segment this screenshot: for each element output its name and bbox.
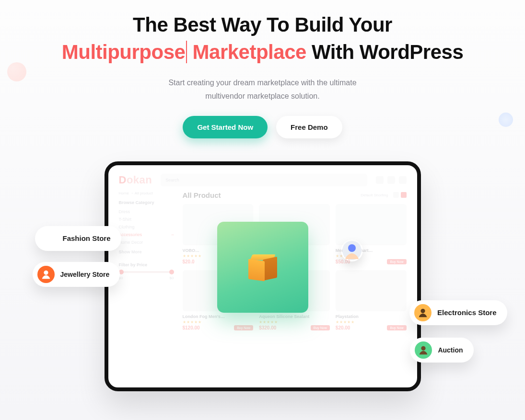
svg-point-1 — [348, 244, 356, 252]
svg-point-5 — [421, 346, 426, 351]
product-thumb — [336, 270, 407, 311]
tablet-frame: Dokan Search Home → All product Browse C… — [105, 161, 421, 391]
category-item: Clothing — [119, 223, 174, 231]
buy-badge: Buy Now — [234, 325, 253, 330]
package-box-icon — [248, 256, 277, 284]
chip-jewellery-store: Jewellery Store — [33, 262, 120, 287]
mock-search-input: Search — [161, 174, 367, 186]
cta-row: Get Started Now Free Demo — [0, 116, 525, 138]
buy-badge: Buy Now — [387, 325, 406, 330]
sort-label: Default Shorting — [361, 193, 388, 197]
chip-label: Jewellery Store — [60, 271, 110, 278]
product-price: $320.00 — [259, 325, 276, 330]
product-thumb — [336, 204, 407, 245]
avatar-icon — [415, 341, 432, 359]
brand-letter-rest: okan — [127, 174, 152, 186]
svg-point-2 — [46, 235, 50, 239]
category-heading: Browse Category — [119, 200, 174, 205]
product-price: $120.00 — [183, 325, 200, 330]
svg-point-3 — [44, 271, 48, 275]
product-rating: ★★★★★ — [336, 320, 407, 324]
filter-heading: Filter by Price — [119, 262, 174, 267]
hero-subtitle: Start creating your dream marketplace wi… — [0, 76, 525, 102]
show-more: Show More — [119, 248, 174, 256]
filter-price: Filter by Price $0$0 — [119, 262, 174, 280]
chip-fashion-store: Fashion Store — [35, 226, 121, 251]
hero-line2-rest: With WordPress — [312, 41, 463, 63]
hero-product-card — [217, 222, 308, 313]
product-title: London Fog Men's… — [183, 314, 254, 319]
get-started-button[interactable]: Get Started Now — [183, 116, 268, 138]
hero-section: The Best Way To Build Your Multipurpose … — [0, 0, 525, 138]
breadcrumb: Home → All product — [119, 191, 174, 195]
svg-point-4 — [421, 309, 425, 313]
hero-subtitle-l1: Start creating your dream marketplace wi… — [168, 79, 356, 87]
hero-highlight-1: Multipurpose — [62, 41, 187, 63]
chip-label: Electronics Store — [437, 308, 496, 317]
tablet-mockup: Dokan Search Home → All product Browse C… — [105, 161, 421, 406]
free-demo-button[interactable]: Free Demo — [276, 116, 342, 138]
floating-avatar — [341, 239, 363, 261]
mock-brand-logo: Dokan — [119, 174, 152, 186]
hero-line1: The Best Way To Build Your — [133, 13, 392, 36]
avatar-icon — [40, 230, 57, 247]
hero-heading: The Best Way To Build Your Multipurpose … — [0, 11, 525, 66]
product-title: Aqueon Silicone Sealant — [259, 314, 330, 319]
grid-view-icon — [401, 192, 407, 198]
buy-badge: Buy Now — [311, 325, 330, 330]
chip-auction: Auction — [410, 338, 473, 363]
hero-subtitle-l2: multivendor marketplace solution. — [205, 92, 319, 100]
mock-topbar: Dokan Search — [119, 174, 407, 186]
category-item: Home Decor — [119, 238, 174, 246]
product-card: Playstation ★★★★★ $20.00Buy Now — [336, 270, 407, 330]
view-toggle — [393, 192, 407, 198]
category-list: Dress T-Shirt Clothing Accessories– Home… — [119, 208, 174, 256]
chip-electronics-store: Electronics Store — [409, 300, 507, 325]
category-item: Dress — [119, 208, 174, 216]
product-title: Playstation — [336, 314, 407, 319]
product-price: $20.0 — [183, 259, 195, 264]
category-item: T-Shirt — [119, 216, 174, 223]
price-slider — [119, 271, 174, 273]
chip-label: Fashion Store — [63, 234, 111, 242]
product-rating: ★★★★★ — [259, 320, 330, 324]
product-rating: ★★★★★ — [183, 320, 254, 324]
mock-sidebar: Home → All product Browse Category Dress… — [119, 191, 174, 330]
buy-badge: Buy Now — [387, 259, 406, 264]
decorative-orb-left — [7, 62, 26, 81]
decorative-orb-right — [499, 113, 513, 127]
product-price: $20.00 — [336, 325, 350, 330]
price-max: $0 — [170, 276, 174, 280]
section-title: All Product — [183, 191, 221, 199]
hero-highlight-2: Marketplace — [193, 41, 306, 63]
brand-letter-1: D — [119, 174, 127, 186]
sort-controls: Default Shorting — [361, 192, 406, 198]
mock-top-icons — [376, 176, 407, 184]
avatar-icon — [414, 304, 432, 321]
avatar-icon — [37, 266, 55, 283]
category-item-active: Accessories– — [119, 231, 174, 238]
chip-label: Auction — [438, 346, 463, 354]
list-view-icon — [393, 192, 399, 198]
